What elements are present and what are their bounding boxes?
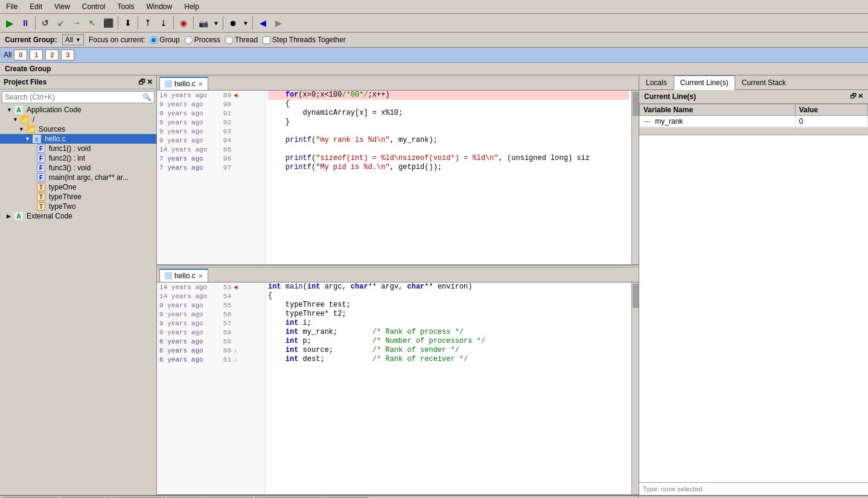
focus-process-label: Process [194,36,220,44]
record-dropdown[interactable]: ▼ [241,16,250,30]
record-button[interactable]: ⏺ [226,16,240,30]
gutter-age-59: 6 years ago [159,338,214,345]
gutter-linenum-61: 61 [216,356,231,363]
focusbar: Current Group: All ▼ Focus on current: G… [0,33,868,48]
menu-window[interactable]: Window [143,1,176,12]
breakpoint-button[interactable]: ◉ [176,16,191,30]
sidebar-restore-icon[interactable]: 🗗 [138,78,145,86]
thread-btn-0[interactable]: 0 [14,49,27,60]
code-line-59: int p; /* Number of processors */ [268,337,629,346]
forward-button[interactable]: ▶ [271,16,286,30]
stop-button[interactable]: ⬛ [101,16,115,30]
project-files-label: Project Files [4,78,46,86]
tree-label-app: Application Code [27,106,81,114]
gutter-linenum-59: 59 [216,338,231,345]
focus-process-radio[interactable]: Process [185,36,220,44]
menu-view[interactable]: View [51,1,74,12]
gutter-linenum-60: 60 [216,347,231,354]
restart-button[interactable]: ↺ [38,16,53,30]
camera-dropdown[interactable]: ▼ [212,16,220,30]
scrollbar-1[interactable] [631,91,639,264]
step-into-button[interactable]: ↙ [54,16,68,30]
focus-group-input[interactable] [150,36,158,44]
code-lines-1: for(x=0;x<100/*00*/;x++) { dynamicArray[… [266,91,631,264]
focus-group-radio[interactable]: Group [150,36,179,44]
tree-label-func3: func3() : void [49,164,91,172]
right-close-icon[interactable]: ✕ [858,92,863,101]
search-icon[interactable]: 🔍 [140,92,154,103]
code-tab-hello-1[interactable]: hello.c ✕ [159,77,208,90]
gutter-linenum-91: 91 [216,110,231,117]
gutter-row-89: 14 years ago 89 ◀ [159,91,263,100]
gutter-linenum-96: 96 [216,155,231,162]
menu-control[interactable]: Control [78,1,109,12]
step-over-button[interactable]: → [69,16,84,30]
thread-btn-3[interactable]: 3 [61,49,74,60]
tree-item-typeone[interactable]: T typeOne [0,182,156,192]
focus-thread-radio[interactable]: Thread [225,36,258,44]
thread-btn-2[interactable]: 2 [45,49,59,60]
scrollbar-thumb-2[interactable] [633,284,639,308]
step-together-input[interactable] [263,36,270,44]
right-restore-icon[interactable]: 🗗 [850,92,857,101]
menu-tools[interactable]: Tools [114,1,138,12]
tree-item-slash[interactable]: ▼ 📁 / [0,115,156,124]
scrollbar-thumb-1[interactable] [633,92,639,116]
code-area: hello.c ✕ 14 years ago 89 ◀ 9 years ago … [157,75,639,495]
code-pane-1: hello.c ✕ 14 years ago 89 ◀ 9 years ago … [157,75,639,265]
run-button[interactable]: ▶ [2,16,17,30]
step-together-checkbox[interactable]: Step Threads Together [263,36,346,44]
tab-current-stack[interactable]: Current Stack [735,75,793,89]
tab-current-lines[interactable]: Current Line(s) [674,75,735,90]
camera-button[interactable]: 📷 [196,16,211,30]
tab-locals[interactable]: Locals [639,75,674,89]
current-group-dropdown[interactable]: All ▼ [62,34,84,45]
bottom-section: Input/Output* Breakpoints Watchpoints St… [0,495,868,498]
sidebar-close-icon[interactable]: ✕ [147,78,153,86]
tree-item-typethree[interactable]: T typeThree [0,192,156,202]
back-button[interactable]: ◀ [255,16,270,30]
tree-item-ext[interactable]: ▶ A External Code [0,211,156,221]
thread-btn-1[interactable]: 1 [30,49,43,60]
tree-item-func1[interactable]: F func1() : void [0,144,156,153]
code-tab-close-2[interactable]: ✕ [198,273,203,279]
pause-button[interactable]: ⏸ [18,16,33,30]
focus-thread-input[interactable] [225,36,233,44]
tree-item-func2[interactable]: F func2() : int [0,153,156,163]
tree-item-hello[interactable]: ▼ c hello.c [0,134,156,144]
menu-file[interactable]: File [2,1,21,12]
tree-item-func3[interactable]: F func3() : void [0,163,156,173]
var-label-myrank: my_rank [655,117,683,126]
code-tab-hello-2[interactable]: hello.c ✕ [159,269,208,282]
code-line-90: { [268,100,629,109]
tree-item-app[interactable]: ▼ A Application Code [0,105,156,115]
code-tab-label-2: hello.c [174,272,196,280]
jump-down-button[interactable]: ⤓ [156,16,171,30]
toolbar-sep-2 [118,16,118,30]
menu-help[interactable]: Help [180,1,203,12]
step-out-button[interactable]: ↖ [85,16,100,30]
var-splitter[interactable] [639,128,868,135]
tree-item-sources[interactable]: ▼ 📁 Sources [0,124,156,134]
step-down-button[interactable]: ⬇ [121,16,135,30]
tree-item-main[interactable]: F main(int argc, char** ar... [0,173,156,182]
code-line-97: printf("My pid is %d.\n", getpid()); [268,163,629,172]
tree-item-typetwo[interactable]: T typeTwo [0,202,156,211]
code-line-56: typeThree* t2; [268,310,629,319]
code-tab-close-1[interactable]: ✕ [198,81,203,88]
gutter-linenum-57: 57 [216,320,231,327]
threadbar: All 0 1 2 3 [0,48,868,63]
search-input[interactable] [2,92,140,103]
current-lines-title: Current Line(s) [644,92,696,101]
toolbar-sep-3 [138,16,138,30]
tree-label-slash: / [33,115,34,124]
folder-slash-icon: 📁 [21,115,29,124]
code-content-1[interactable]: 14 years ago 89 ◀ 9 years ago 90 9 years… [157,91,639,264]
gutter-row-97: 7 years ago 97 [159,163,263,172]
line-gutter-2: 14 years ago 53 ◀ 14 years ago 54 9 year… [157,283,266,494]
scrollbar-2[interactable] [631,283,639,494]
code-content-2[interactable]: 14 years ago 53 ◀ 14 years ago 54 9 year… [157,283,639,494]
jump-up-button[interactable]: ⤒ [141,16,155,30]
focus-process-input[interactable] [185,36,193,44]
menu-edit[interactable]: Edit [26,1,46,12]
